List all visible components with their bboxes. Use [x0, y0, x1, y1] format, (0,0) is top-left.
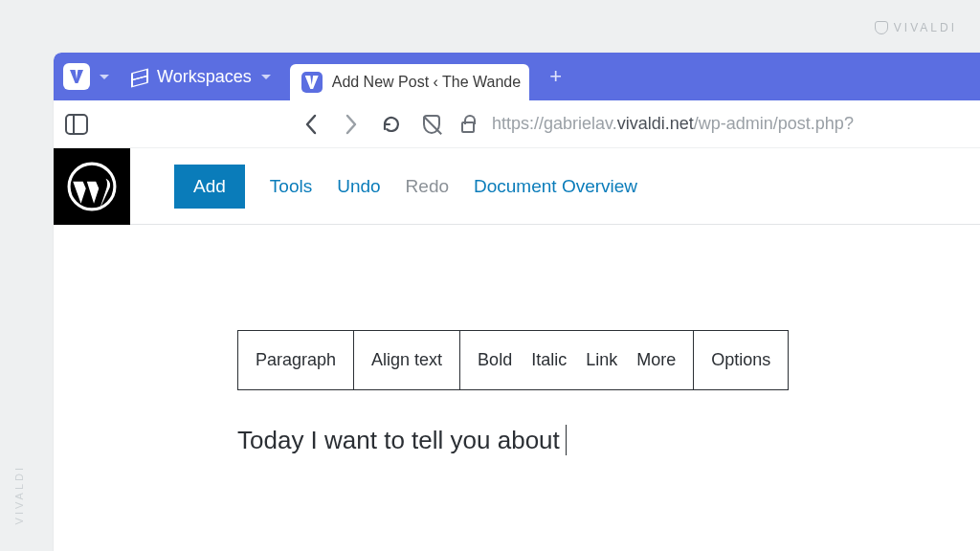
- block-type-label: Paragraph: [256, 350, 336, 370]
- block-options-label: Options: [711, 350, 770, 370]
- wp-editor-toolbar: Add Tools Undo Redo Document Overview: [54, 148, 980, 225]
- tools-button[interactable]: Tools: [270, 176, 312, 197]
- shield-blocked-icon: [423, 115, 440, 134]
- site-security-button[interactable]: [456, 108, 480, 141]
- reload-button[interactable]: [375, 108, 408, 141]
- align-text-label: Align text: [371, 350, 442, 370]
- tab-title: Add New Post ‹ The Wande: [332, 74, 521, 91]
- browser-window: Workspaces Add New Post ‹ The Wande + ht…: [54, 53, 980, 551]
- align-text-button[interactable]: Align text: [354, 331, 460, 389]
- undo-button[interactable]: Undo: [337, 176, 380, 197]
- inline-format-group: Bold Italic Link More: [460, 331, 694, 389]
- vivaldi-watermark-text: VIVALDI: [894, 21, 957, 34]
- link-button[interactable]: Link: [586, 350, 617, 370]
- editor-canvas[interactable]: Paragraph Align text Bold Italic Link Mo…: [54, 225, 980, 455]
- url-host: vivaldi.net: [617, 114, 694, 133]
- bold-button[interactable]: Bold: [478, 350, 512, 370]
- vivaldi-menu-button[interactable]: [63, 63, 90, 90]
- workspaces-label: Workspaces: [157, 67, 252, 87]
- tracker-shield-button[interactable]: [415, 108, 448, 141]
- vivaldi-shield-icon: [875, 21, 888, 34]
- workspaces-icon: [128, 67, 147, 86]
- address-bar: https://gabrielav.vivaldi.net/wp-admin/p…: [54, 100, 980, 148]
- new-tab-button[interactable]: +: [543, 63, 569, 90]
- document-overview-button[interactable]: Document Overview: [474, 176, 637, 197]
- vivaldi-watermark: VIVALDI: [875, 21, 957, 34]
- panel-toggle-icon[interactable]: [65, 114, 88, 135]
- chevron-down-icon: [261, 75, 271, 79]
- block-toolbar: Paragraph Align text Bold Italic Link Mo…: [237, 330, 789, 390]
- wordpress-logo-button[interactable]: [54, 148, 130, 225]
- vivaldi-side-watermark: VIVALDI: [13, 465, 25, 524]
- browser-tab-active[interactable]: Add New Post ‹ The Wande: [290, 64, 529, 100]
- more-formatting-button[interactable]: More: [636, 350, 676, 370]
- chevron-down-icon[interactable]: [100, 75, 109, 79]
- block-options-button[interactable]: Options: [694, 331, 788, 389]
- url-field[interactable]: https://gabrielav.vivaldi.net/wp-admin/p…: [492, 114, 854, 134]
- add-block-button[interactable]: Add: [174, 165, 245, 209]
- lock-icon: [461, 121, 475, 133]
- redo-button[interactable]: Redo: [406, 176, 449, 197]
- block-type-button[interactable]: Paragraph: [238, 331, 354, 389]
- italic-button[interactable]: Italic: [531, 350, 567, 370]
- paragraph-block[interactable]: Today I want to tell you about: [237, 425, 980, 455]
- tab-favicon-icon: [301, 72, 323, 93]
- nav-forward-button[interactable]: [335, 108, 368, 141]
- url-prefix: https://gabrielav.: [492, 114, 617, 133]
- text-caret: [566, 425, 567, 455]
- reload-icon: [381, 114, 402, 135]
- nav-back-button[interactable]: [295, 108, 327, 141]
- url-suffix: /wp-admin/post.php?: [694, 114, 854, 133]
- paragraph-content: Today I want to tell you about: [237, 426, 560, 455]
- chevron-left-icon: [304, 114, 318, 135]
- wordpress-icon: [67, 162, 117, 211]
- chevron-right-icon: [345, 114, 358, 135]
- tab-strip: Workspaces Add New Post ‹ The Wande +: [54, 53, 980, 100]
- workspaces-button[interactable]: Workspaces: [119, 61, 280, 93]
